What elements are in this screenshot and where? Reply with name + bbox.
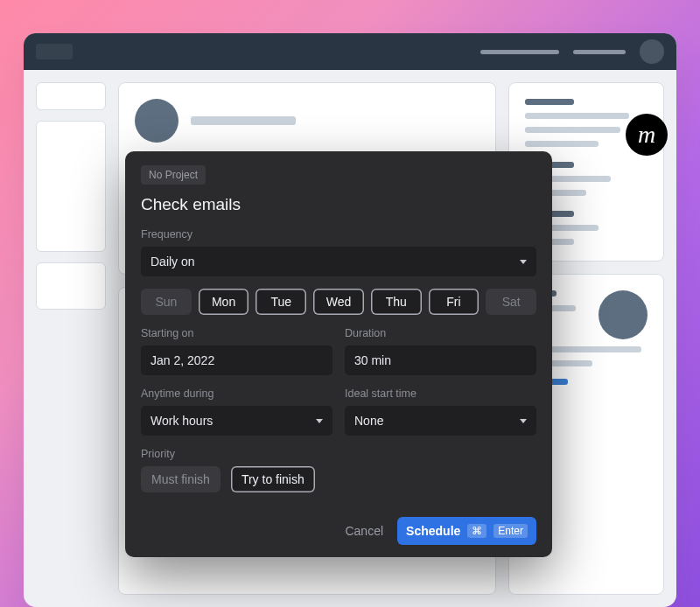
frequency-value: Daily on xyxy=(150,255,195,269)
starting-on-input[interactable]: Jan 2, 2022 xyxy=(141,345,332,375)
day-toggle-thu[interactable]: Thu xyxy=(371,289,422,315)
header-skel-line xyxy=(573,50,626,54)
sidebar-block xyxy=(36,262,106,310)
avatar-placeholder xyxy=(598,290,648,339)
day-toggle-tue[interactable]: Tue xyxy=(256,289,306,315)
shortcut-key: Enter xyxy=(494,524,528,538)
priority-field: Priority Must finishTry to finish xyxy=(141,448,536,492)
chevron-down-icon xyxy=(316,419,323,423)
cancel-button[interactable]: Cancel xyxy=(345,524,383,538)
chevron-down-icon xyxy=(520,419,527,423)
schedule-button[interactable]: Schedule ⌘ Enter xyxy=(397,517,536,545)
frequency-select[interactable]: Daily on xyxy=(141,247,536,276)
ideal-start-label: Ideal start time xyxy=(345,387,536,400)
app-header xyxy=(24,33,676,70)
task-title[interactable]: Check emails xyxy=(141,195,536,214)
skel-line xyxy=(525,141,598,147)
header-right xyxy=(480,39,664,64)
anytime-during-label: Anytime during xyxy=(141,387,332,400)
sidebar xyxy=(36,82,106,595)
duration-input[interactable]: 30 min xyxy=(345,345,536,375)
sidebar-block xyxy=(36,82,106,110)
ideal-start-field: Ideal start time None xyxy=(345,387,536,436)
brand-glyph: m xyxy=(638,121,655,149)
day-toggle-mon[interactable]: Mon xyxy=(199,289,249,315)
duration-field: Duration 30 min xyxy=(345,327,536,375)
starting-on-label: Starting on xyxy=(141,327,332,339)
priority-label: Priority xyxy=(141,448,536,460)
chevron-down-icon xyxy=(520,260,527,264)
duration-value: 30 min xyxy=(354,353,391,367)
ideal-start-select[interactable]: None xyxy=(345,406,536,436)
app-window: m No Project Check emails Frequency Dail… xyxy=(24,33,676,607)
starting-on-value: Jan 2, 2022 xyxy=(150,353,214,367)
avatar[interactable] xyxy=(640,39,664,64)
header-skel-line xyxy=(480,50,559,54)
modal-footer: Cancel Schedule ⌘ Enter xyxy=(141,517,536,545)
frequency-field: Frequency Daily on xyxy=(141,228,536,276)
skel-line xyxy=(191,116,296,125)
anytime-during-field: Anytime during Work hours xyxy=(141,387,332,436)
day-toggle-wed[interactable]: Wed xyxy=(313,289,364,315)
brand-badge: m xyxy=(626,114,668,156)
skel-line xyxy=(525,127,620,133)
skel-line xyxy=(525,99,574,105)
project-chip[interactable]: No Project xyxy=(141,165,206,185)
duration-label: Duration xyxy=(345,327,536,339)
ideal-start-value: None xyxy=(354,414,383,428)
avatar-placeholder xyxy=(135,99,178,143)
skel-line xyxy=(525,113,629,119)
day-toggle-fri[interactable]: Fri xyxy=(429,289,480,315)
header-left-chip xyxy=(36,44,73,59)
starting-on-field: Starting on Jan 2, 2022 xyxy=(141,327,332,375)
day-toggle-sun[interactable]: Sun xyxy=(141,289,192,315)
anytime-during-select[interactable]: Work hours xyxy=(141,406,332,436)
anytime-during-value: Work hours xyxy=(150,414,213,428)
schedule-button-label: Schedule xyxy=(406,524,460,538)
priority-option[interactable]: Must finish xyxy=(141,466,220,492)
day-picker: SunMonTueWedThuFriSat xyxy=(141,289,536,315)
sidebar-block xyxy=(36,121,106,252)
day-toggle-sat[interactable]: Sat xyxy=(486,289,536,315)
task-scheduler-modal: No Project Check emails Frequency Daily … xyxy=(125,151,552,557)
shortcut-mod: ⌘ xyxy=(467,524,486,538)
priority-option[interactable]: Try to finish xyxy=(231,466,315,492)
frequency-label: Frequency xyxy=(141,228,536,241)
